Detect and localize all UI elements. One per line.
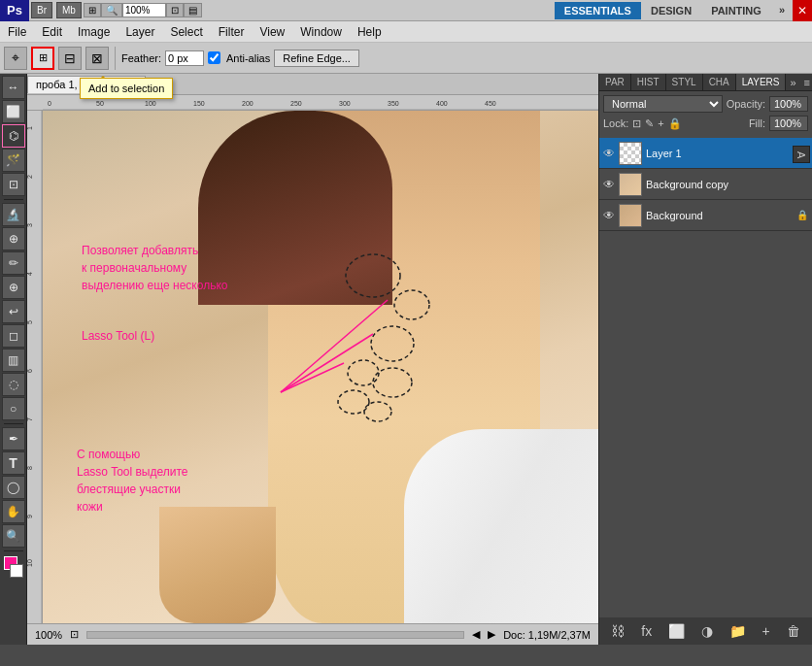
spot-heal-tool[interactable]: ⊕ xyxy=(2,227,25,250)
expand-button[interactable]: » xyxy=(771,2,793,19)
panel-collapse-button[interactable]: » xyxy=(786,75,799,90)
tab-hist[interactable]: HIST xyxy=(631,74,666,90)
layer-name: Background xyxy=(646,210,793,221)
blur-tool[interactable]: ◌ xyxy=(2,373,25,396)
menu-file[interactable]: File xyxy=(0,23,34,41)
tab-essentials[interactable]: ESSENTIALS xyxy=(555,2,641,19)
horizontal-scrollbar[interactable] xyxy=(86,631,464,639)
panel-tabs: PAR HIST STYL CHA LAYERS » ≡ xyxy=(599,74,812,91)
lasso-add-selection[interactable]: ⊞ xyxy=(31,47,54,70)
menu-help[interactable]: Help xyxy=(350,23,389,41)
menu-layer[interactable]: Layer xyxy=(118,23,162,41)
lock-all-icon[interactable]: + xyxy=(658,117,663,129)
add-style-button[interactable]: fx xyxy=(641,623,652,639)
menu-filter[interactable]: Filter xyxy=(211,23,253,41)
pen-tool[interactable]: ✒ xyxy=(2,427,25,450)
lock-move-icon[interactable]: ✎ xyxy=(645,117,654,130)
layer-row[interactable]: 👁 Background 🔒 xyxy=(599,200,812,231)
svg-text:6: 6 xyxy=(27,369,33,373)
feather-input[interactable] xyxy=(165,50,204,66)
tab-design[interactable]: DESIGN xyxy=(641,2,701,19)
new-adjustment-button[interactable]: ◑ xyxy=(701,623,713,639)
type-tool[interactable]: T xyxy=(2,451,25,475)
scroll-left[interactable]: ◀ xyxy=(472,628,480,641)
lasso-subtract-selection[interactable]: ⊟ xyxy=(58,47,82,70)
scroll-right[interactable]: ▶ xyxy=(488,628,495,641)
lasso-new-selection[interactable]: ⌖ xyxy=(4,47,27,70)
add-mask-button[interactable]: ⬜ xyxy=(668,623,685,639)
layer-name: Layer 1 xyxy=(646,148,808,159)
canvas-area: проба 1, RGB/8* * ✕ 0 50 100 xyxy=(27,74,598,645)
zoom-tool[interactable]: 🔍 xyxy=(2,524,25,548)
menu-image[interactable]: Image xyxy=(70,23,118,41)
char-label: A xyxy=(795,151,807,158)
layer-thumbnail xyxy=(619,204,642,227)
separator xyxy=(4,199,23,200)
new-layer-button[interactable]: + xyxy=(762,623,770,639)
quick-select-tool[interactable]: 🪄 xyxy=(2,149,25,172)
lock-fill-row: Lock: ⊡ ✎ + 🔒 Fill: xyxy=(603,116,808,131)
tab-styl[interactable]: STYL xyxy=(666,74,703,90)
lock-pixels-icon[interactable]: ⊡ xyxy=(632,117,641,130)
layer-row[interactable]: 👁 Background copy xyxy=(599,169,812,200)
lasso-intersect-selection[interactable]: ⊠ xyxy=(85,47,109,70)
zoom-icon[interactable]: 🔍 xyxy=(101,3,122,17)
svg-text:450: 450 xyxy=(485,100,496,107)
history-brush[interactable]: ↩ xyxy=(2,300,25,323)
shape-tool[interactable]: ◯ xyxy=(2,476,25,499)
layer-lock-icon: 🔒 xyxy=(796,210,808,220)
new-group-button[interactable]: 📁 xyxy=(729,623,746,639)
screen-mode-icon[interactable]: ▤ xyxy=(184,3,202,17)
eyedropper-tool[interactable]: 🔬 xyxy=(2,203,25,226)
menu-view[interactable]: View xyxy=(252,23,292,41)
annotation-text-2: С помощьюLasso Tool выделитеблестящие уч… xyxy=(77,446,188,516)
lasso-tool[interactable]: ⌬ xyxy=(2,124,25,148)
layer-eye-icon[interactable]: 👁 xyxy=(603,147,615,160)
tab-painting[interactable]: PAINTING xyxy=(701,2,771,19)
background-color[interactable] xyxy=(10,564,23,578)
tab-par[interactable]: PAR xyxy=(599,74,631,90)
layer-eye-icon[interactable]: 👁 xyxy=(603,178,615,191)
svg-text:5: 5 xyxy=(27,320,33,324)
view-icon[interactable]: ⊡ xyxy=(166,3,184,17)
close-button[interactable]: ✕ xyxy=(793,0,812,21)
crop-tool[interactable]: ⊡ xyxy=(2,173,25,196)
feather-label: Feather: xyxy=(121,52,161,64)
move-tool[interactable]: ↔ xyxy=(2,76,25,99)
clone-tool[interactable]: ⊕ xyxy=(2,276,25,299)
tab-cha[interactable]: CHA xyxy=(703,74,736,90)
opacity-input[interactable] xyxy=(769,96,808,112)
zoom-input[interactable] xyxy=(122,3,166,17)
menu-select[interactable]: Select xyxy=(162,23,210,41)
menu-window[interactable]: Window xyxy=(292,23,350,41)
eraser-tool[interactable]: ◻ xyxy=(2,324,25,348)
vertical-ruler: 1 2 3 4 5 6 7 8 9 10 xyxy=(27,111,43,623)
menu-edit[interactable]: Edit xyxy=(34,23,70,41)
tab-layers[interactable]: LAYERS xyxy=(736,74,787,90)
fill-input[interactable] xyxy=(769,116,808,131)
canvas-icon: ⊡ xyxy=(70,628,79,641)
brush-tool[interactable]: ✏ xyxy=(2,251,25,275)
svg-text:8: 8 xyxy=(27,466,33,470)
svg-text:50: 50 xyxy=(96,100,104,107)
gradient-tool[interactable]: ▥ xyxy=(2,349,25,372)
panel-menu-button[interactable]: ≡ xyxy=(800,75,812,90)
bridge-button[interactable]: Br xyxy=(31,2,52,18)
antialias-checkbox[interactable] xyxy=(208,51,220,64)
annotation-text-1: Позволяет добавлятьк первоначальномувыде… xyxy=(82,242,227,294)
workspace-icon[interactable]: ⊞ xyxy=(84,3,101,17)
refine-edge-button[interactable]: Refine Edge... xyxy=(274,50,359,67)
canvas-scroll-area[interactable]: Позволяет добавлятьк первоначальномувыде… xyxy=(43,111,598,623)
svg-text:10: 10 xyxy=(27,559,33,567)
layer-name: Background copy xyxy=(646,179,808,190)
mini-bridge-button[interactable]: Mb xyxy=(56,2,82,18)
layer-row[interactable]: 👁 Layer 1 xyxy=(599,138,812,169)
blend-mode-select[interactable]: Normal Multiply Screen Overlay xyxy=(603,95,723,113)
selection-tool[interactable]: ⬜ xyxy=(2,100,25,123)
dodge-tool[interactable]: ○ xyxy=(2,397,25,420)
layer-eye-icon[interactable]: 👁 xyxy=(603,209,615,222)
link-layers-button[interactable]: ⛓ xyxy=(611,623,625,639)
lock-full-icon[interactable]: 🔒 xyxy=(668,117,682,130)
delete-layer-button[interactable]: 🗑 xyxy=(787,623,800,639)
hand-tool[interactable]: ✋ xyxy=(2,500,25,523)
